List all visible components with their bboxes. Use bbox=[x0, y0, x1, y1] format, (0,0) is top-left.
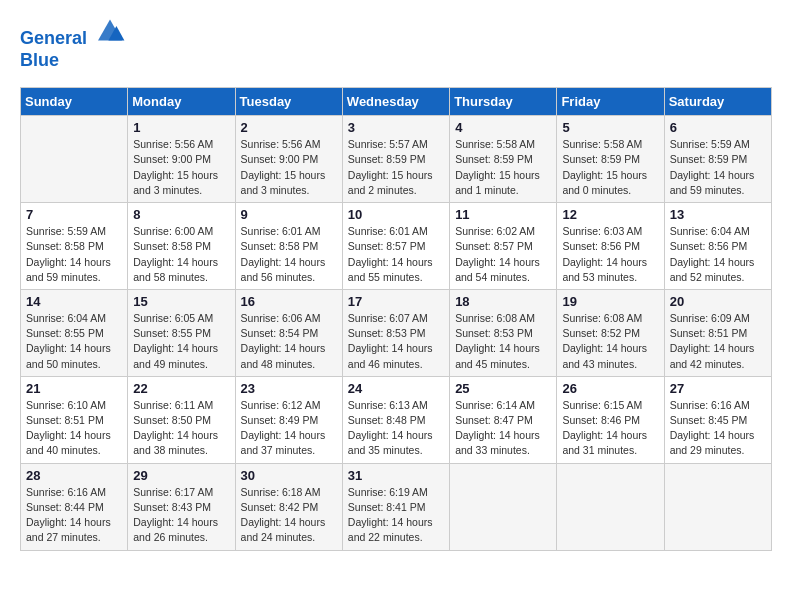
day-number: 3 bbox=[348, 120, 444, 135]
day-info: Sunrise: 6:16 AMSunset: 8:45 PMDaylight:… bbox=[670, 398, 766, 459]
day-number: 23 bbox=[241, 381, 337, 396]
col-header-friday: Friday bbox=[557, 88, 664, 116]
day-number: 13 bbox=[670, 207, 766, 222]
day-number: 17 bbox=[348, 294, 444, 309]
calendar-cell: 26Sunrise: 6:15 AMSunset: 8:46 PMDayligh… bbox=[557, 376, 664, 463]
day-info: Sunrise: 6:00 AMSunset: 8:58 PMDaylight:… bbox=[133, 224, 229, 285]
day-number: 31 bbox=[348, 468, 444, 483]
calendar-cell: 23Sunrise: 6:12 AMSunset: 8:49 PMDayligh… bbox=[235, 376, 342, 463]
page-header: General Blue bbox=[20, 20, 772, 71]
day-info: Sunrise: 6:02 AMSunset: 8:57 PMDaylight:… bbox=[455, 224, 551, 285]
day-info: Sunrise: 6:04 AMSunset: 8:56 PMDaylight:… bbox=[670, 224, 766, 285]
day-info: Sunrise: 6:13 AMSunset: 8:48 PMDaylight:… bbox=[348, 398, 444, 459]
col-header-sunday: Sunday bbox=[21, 88, 128, 116]
day-number: 11 bbox=[455, 207, 551, 222]
day-number: 26 bbox=[562, 381, 658, 396]
day-info: Sunrise: 5:59 AMSunset: 8:58 PMDaylight:… bbox=[26, 224, 122, 285]
day-info: Sunrise: 5:58 AMSunset: 8:59 PMDaylight:… bbox=[455, 137, 551, 198]
day-info: Sunrise: 6:14 AMSunset: 8:47 PMDaylight:… bbox=[455, 398, 551, 459]
day-number: 15 bbox=[133, 294, 229, 309]
calendar-cell bbox=[21, 116, 128, 203]
day-info: Sunrise: 6:07 AMSunset: 8:53 PMDaylight:… bbox=[348, 311, 444, 372]
calendar-cell: 31Sunrise: 6:19 AMSunset: 8:41 PMDayligh… bbox=[342, 463, 449, 550]
col-header-thursday: Thursday bbox=[450, 88, 557, 116]
day-info: Sunrise: 6:05 AMSunset: 8:55 PMDaylight:… bbox=[133, 311, 229, 372]
week-row-1: 1Sunrise: 5:56 AMSunset: 9:00 PMDaylight… bbox=[21, 116, 772, 203]
day-info: Sunrise: 6:12 AMSunset: 8:49 PMDaylight:… bbox=[241, 398, 337, 459]
day-number: 27 bbox=[670, 381, 766, 396]
col-header-tuesday: Tuesday bbox=[235, 88, 342, 116]
day-info: Sunrise: 5:56 AMSunset: 9:00 PMDaylight:… bbox=[241, 137, 337, 198]
day-number: 21 bbox=[26, 381, 122, 396]
day-number: 28 bbox=[26, 468, 122, 483]
day-info: Sunrise: 6:08 AMSunset: 8:52 PMDaylight:… bbox=[562, 311, 658, 372]
calendar-cell: 28Sunrise: 6:16 AMSunset: 8:44 PMDayligh… bbox=[21, 463, 128, 550]
day-info: Sunrise: 6:16 AMSunset: 8:44 PMDaylight:… bbox=[26, 485, 122, 546]
day-info: Sunrise: 6:11 AMSunset: 8:50 PMDaylight:… bbox=[133, 398, 229, 459]
calendar-cell: 12Sunrise: 6:03 AMSunset: 8:56 PMDayligh… bbox=[557, 203, 664, 290]
day-number: 12 bbox=[562, 207, 658, 222]
day-number: 2 bbox=[241, 120, 337, 135]
day-number: 9 bbox=[241, 207, 337, 222]
day-info: Sunrise: 6:18 AMSunset: 8:42 PMDaylight:… bbox=[241, 485, 337, 546]
calendar-cell: 20Sunrise: 6:09 AMSunset: 8:51 PMDayligh… bbox=[664, 289, 771, 376]
calendar-cell: 22Sunrise: 6:11 AMSunset: 8:50 PMDayligh… bbox=[128, 376, 235, 463]
day-number: 5 bbox=[562, 120, 658, 135]
calendar-cell: 19Sunrise: 6:08 AMSunset: 8:52 PMDayligh… bbox=[557, 289, 664, 376]
day-number: 4 bbox=[455, 120, 551, 135]
day-number: 20 bbox=[670, 294, 766, 309]
day-info: Sunrise: 6:01 AMSunset: 8:57 PMDaylight:… bbox=[348, 224, 444, 285]
calendar-cell: 4Sunrise: 5:58 AMSunset: 8:59 PMDaylight… bbox=[450, 116, 557, 203]
day-number: 8 bbox=[133, 207, 229, 222]
day-number: 18 bbox=[455, 294, 551, 309]
day-info: Sunrise: 6:10 AMSunset: 8:51 PMDaylight:… bbox=[26, 398, 122, 459]
day-info: Sunrise: 6:06 AMSunset: 8:54 PMDaylight:… bbox=[241, 311, 337, 372]
calendar-cell: 1Sunrise: 5:56 AMSunset: 9:00 PMDaylight… bbox=[128, 116, 235, 203]
day-number: 24 bbox=[348, 381, 444, 396]
day-number: 7 bbox=[26, 207, 122, 222]
day-number: 10 bbox=[348, 207, 444, 222]
day-number: 29 bbox=[133, 468, 229, 483]
calendar-cell: 29Sunrise: 6:17 AMSunset: 8:43 PMDayligh… bbox=[128, 463, 235, 550]
day-info: Sunrise: 5:59 AMSunset: 8:59 PMDaylight:… bbox=[670, 137, 766, 198]
day-info: Sunrise: 6:03 AMSunset: 8:56 PMDaylight:… bbox=[562, 224, 658, 285]
calendar-cell: 14Sunrise: 6:04 AMSunset: 8:55 PMDayligh… bbox=[21, 289, 128, 376]
calendar-cell: 17Sunrise: 6:07 AMSunset: 8:53 PMDayligh… bbox=[342, 289, 449, 376]
calendar-cell: 18Sunrise: 6:08 AMSunset: 8:53 PMDayligh… bbox=[450, 289, 557, 376]
day-info: Sunrise: 6:08 AMSunset: 8:53 PMDaylight:… bbox=[455, 311, 551, 372]
calendar-cell: 16Sunrise: 6:06 AMSunset: 8:54 PMDayligh… bbox=[235, 289, 342, 376]
col-header-monday: Monday bbox=[128, 88, 235, 116]
logo-text: General Blue bbox=[20, 20, 126, 71]
calendar-cell: 9Sunrise: 6:01 AMSunset: 8:58 PMDaylight… bbox=[235, 203, 342, 290]
calendar-cell bbox=[557, 463, 664, 550]
calendar-cell: 21Sunrise: 6:10 AMSunset: 8:51 PMDayligh… bbox=[21, 376, 128, 463]
calendar-cell: 10Sunrise: 6:01 AMSunset: 8:57 PMDayligh… bbox=[342, 203, 449, 290]
calendar-cell: 24Sunrise: 6:13 AMSunset: 8:48 PMDayligh… bbox=[342, 376, 449, 463]
day-info: Sunrise: 6:09 AMSunset: 8:51 PMDaylight:… bbox=[670, 311, 766, 372]
day-info: Sunrise: 5:58 AMSunset: 8:59 PMDaylight:… bbox=[562, 137, 658, 198]
calendar-cell: 11Sunrise: 6:02 AMSunset: 8:57 PMDayligh… bbox=[450, 203, 557, 290]
week-row-2: 7Sunrise: 5:59 AMSunset: 8:58 PMDaylight… bbox=[21, 203, 772, 290]
day-info: Sunrise: 6:19 AMSunset: 8:41 PMDaylight:… bbox=[348, 485, 444, 546]
calendar-cell: 6Sunrise: 5:59 AMSunset: 8:59 PMDaylight… bbox=[664, 116, 771, 203]
col-header-saturday: Saturday bbox=[664, 88, 771, 116]
day-number: 16 bbox=[241, 294, 337, 309]
calendar-cell: 27Sunrise: 6:16 AMSunset: 8:45 PMDayligh… bbox=[664, 376, 771, 463]
calendar-cell bbox=[664, 463, 771, 550]
calendar-cell bbox=[450, 463, 557, 550]
day-info: Sunrise: 6:01 AMSunset: 8:58 PMDaylight:… bbox=[241, 224, 337, 285]
week-row-5: 28Sunrise: 6:16 AMSunset: 8:44 PMDayligh… bbox=[21, 463, 772, 550]
calendar-cell: 5Sunrise: 5:58 AMSunset: 8:59 PMDaylight… bbox=[557, 116, 664, 203]
calendar-cell: 8Sunrise: 6:00 AMSunset: 8:58 PMDaylight… bbox=[128, 203, 235, 290]
calendar-cell: 3Sunrise: 5:57 AMSunset: 8:59 PMDaylight… bbox=[342, 116, 449, 203]
col-header-wednesday: Wednesday bbox=[342, 88, 449, 116]
day-info: Sunrise: 6:17 AMSunset: 8:43 PMDaylight:… bbox=[133, 485, 229, 546]
day-info: Sunrise: 6:04 AMSunset: 8:55 PMDaylight:… bbox=[26, 311, 122, 372]
day-number: 25 bbox=[455, 381, 551, 396]
calendar-cell: 30Sunrise: 6:18 AMSunset: 8:42 PMDayligh… bbox=[235, 463, 342, 550]
day-number: 30 bbox=[241, 468, 337, 483]
week-row-4: 21Sunrise: 6:10 AMSunset: 8:51 PMDayligh… bbox=[21, 376, 772, 463]
day-info: Sunrise: 6:15 AMSunset: 8:46 PMDaylight:… bbox=[562, 398, 658, 459]
logo: General Blue bbox=[20, 20, 126, 71]
calendar-cell: 25Sunrise: 6:14 AMSunset: 8:47 PMDayligh… bbox=[450, 376, 557, 463]
